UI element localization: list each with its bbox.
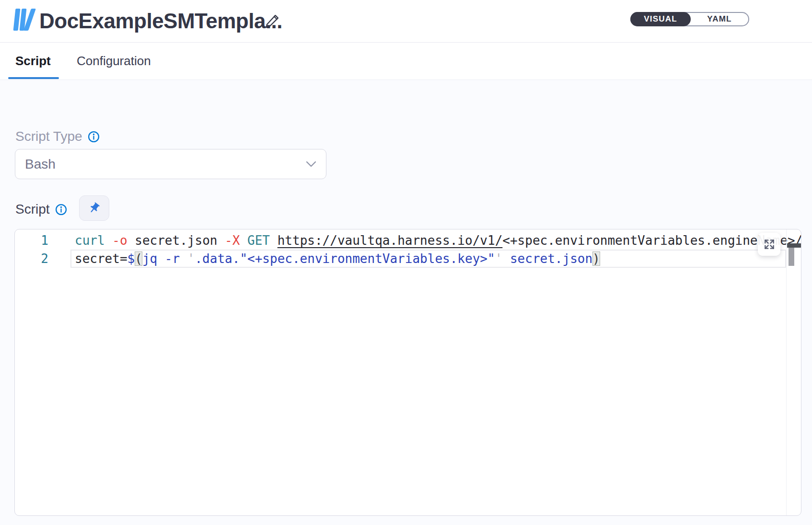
chevron-down-icon bbox=[306, 161, 316, 168]
script-type-select[interactable]: Bash bbox=[15, 149, 326, 179]
tab-script[interactable]: Script bbox=[15, 43, 51, 80]
expand-editor-button[interactable] bbox=[758, 233, 780, 256]
script-label-row: Script bbox=[15, 202, 67, 217]
script-type-label: Script Type bbox=[15, 129, 82, 144]
script-type-value: Bash bbox=[25, 157, 306, 172]
editor-lines: curl -o secret.json -X GET https://vault… bbox=[15, 229, 801, 515]
info-icon[interactable] bbox=[88, 131, 100, 143]
vertical-scrollbar-thumb[interactable] bbox=[789, 248, 794, 266]
header: DocExampleSMTempla... VISUAL YAML bbox=[0, 0, 812, 43]
active-tab-underline bbox=[8, 77, 59, 79]
script-label: Script bbox=[15, 202, 50, 217]
page-title: DocExampleSMTempla... bbox=[39, 0, 282, 42]
pencil-icon bbox=[264, 13, 280, 29]
code-line: secret=$(jq -r '.data."<+spec.environmen… bbox=[75, 250, 600, 268]
info-icon[interactable] bbox=[55, 204, 67, 216]
scrollbar-lane-divider bbox=[786, 229, 787, 515]
toggle-yaml[interactable]: YAML bbox=[691, 13, 748, 25]
logo-bar bbox=[13, 9, 21, 31]
edit-title-button[interactable] bbox=[263, 11, 281, 31]
script-code-editor[interactable]: 12 curl -o secret.json -X GET https://va… bbox=[14, 229, 801, 516]
toggle-visual[interactable]: VISUAL bbox=[630, 12, 691, 26]
pushpin-icon bbox=[88, 202, 101, 215]
template-library-icon bbox=[14, 9, 34, 31]
tab-configuration[interactable]: Configuration bbox=[77, 43, 151, 80]
pin-value-type-button[interactable] bbox=[79, 195, 109, 221]
code-line: curl -o secret.json -X GET https://vault… bbox=[75, 231, 801, 250]
mode-toggle: VISUAL YAML bbox=[630, 12, 749, 26]
app-root: DocExampleSMTempla... VISUAL YAML Script… bbox=[0, 0, 812, 525]
script-type-label-row: Script Type bbox=[15, 129, 100, 144]
scrollbar-cap bbox=[787, 243, 801, 248]
tab-bar: Script Configuration bbox=[0, 43, 812, 80]
expand-icon bbox=[763, 238, 776, 251]
